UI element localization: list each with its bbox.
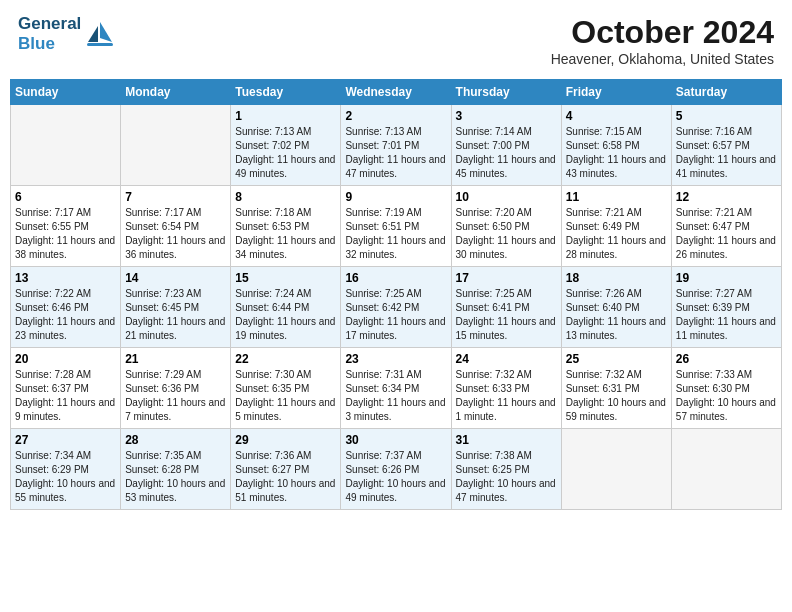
day-info: Sunrise: 7:21 AMSunset: 6:49 PMDaylight:…: [566, 206, 667, 262]
calendar-cell: 31Sunrise: 7:38 AMSunset: 6:25 PMDayligh…: [451, 429, 561, 510]
day-info: Sunrise: 7:27 AMSunset: 6:39 PMDaylight:…: [676, 287, 777, 343]
column-header-saturday: Saturday: [671, 80, 781, 105]
day-info: Sunrise: 7:14 AMSunset: 7:00 PMDaylight:…: [456, 125, 557, 181]
day-info: Sunrise: 7:20 AMSunset: 6:50 PMDaylight:…: [456, 206, 557, 262]
location: Heavener, Oklahoma, United States: [551, 51, 774, 67]
day-number: 20: [15, 352, 116, 366]
day-info: Sunrise: 7:18 AMSunset: 6:53 PMDaylight:…: [235, 206, 336, 262]
calendar-cell: 13Sunrise: 7:22 AMSunset: 6:46 PMDayligh…: [11, 267, 121, 348]
general-blue-icon: [84, 18, 116, 50]
day-info: Sunrise: 7:34 AMSunset: 6:29 PMDaylight:…: [15, 449, 116, 505]
day-number: 22: [235, 352, 336, 366]
day-number: 30: [345, 433, 446, 447]
svg-marker-1: [88, 26, 98, 42]
day-info: Sunrise: 7:32 AMSunset: 6:33 PMDaylight:…: [456, 368, 557, 424]
calendar-cell: 26Sunrise: 7:33 AMSunset: 6:30 PMDayligh…: [671, 348, 781, 429]
calendar-cell: 10Sunrise: 7:20 AMSunset: 6:50 PMDayligh…: [451, 186, 561, 267]
day-number: 28: [125, 433, 226, 447]
day-info: Sunrise: 7:15 AMSunset: 6:58 PMDaylight:…: [566, 125, 667, 181]
column-header-friday: Friday: [561, 80, 671, 105]
day-number: 27: [15, 433, 116, 447]
calendar-cell: 18Sunrise: 7:26 AMSunset: 6:40 PMDayligh…: [561, 267, 671, 348]
day-info: Sunrise: 7:25 AMSunset: 6:42 PMDaylight:…: [345, 287, 446, 343]
day-number: 10: [456, 190, 557, 204]
calendar-cell: 12Sunrise: 7:21 AMSunset: 6:47 PMDayligh…: [671, 186, 781, 267]
day-number: 29: [235, 433, 336, 447]
week-row-1: 1Sunrise: 7:13 AMSunset: 7:02 PMDaylight…: [11, 105, 782, 186]
day-info: Sunrise: 7:17 AMSunset: 6:55 PMDaylight:…: [15, 206, 116, 262]
day-number: 16: [345, 271, 446, 285]
day-number: 4: [566, 109, 667, 123]
day-number: 17: [456, 271, 557, 285]
calendar-cell: 29Sunrise: 7:36 AMSunset: 6:27 PMDayligh…: [231, 429, 341, 510]
day-info: Sunrise: 7:21 AMSunset: 6:47 PMDaylight:…: [676, 206, 777, 262]
logo-line2: Blue: [18, 34, 81, 54]
month-title: October 2024: [551, 14, 774, 51]
week-row-5: 27Sunrise: 7:34 AMSunset: 6:29 PMDayligh…: [11, 429, 782, 510]
calendar-cell: 15Sunrise: 7:24 AMSunset: 6:44 PMDayligh…: [231, 267, 341, 348]
calendar-cell: 6Sunrise: 7:17 AMSunset: 6:55 PMDaylight…: [11, 186, 121, 267]
day-number: 2: [345, 109, 446, 123]
calendar-cell: 14Sunrise: 7:23 AMSunset: 6:45 PMDayligh…: [121, 267, 231, 348]
logo: General Blue: [18, 14, 116, 55]
day-info: Sunrise: 7:13 AMSunset: 7:02 PMDaylight:…: [235, 125, 336, 181]
calendar-cell: 8Sunrise: 7:18 AMSunset: 6:53 PMDaylight…: [231, 186, 341, 267]
title-block: October 2024 Heavener, Oklahoma, United …: [551, 14, 774, 67]
calendar-cell: 3Sunrise: 7:14 AMSunset: 7:00 PMDaylight…: [451, 105, 561, 186]
day-info: Sunrise: 7:31 AMSunset: 6:34 PMDaylight:…: [345, 368, 446, 424]
calendar-cell: 5Sunrise: 7:16 AMSunset: 6:57 PMDaylight…: [671, 105, 781, 186]
day-info: Sunrise: 7:16 AMSunset: 6:57 PMDaylight:…: [676, 125, 777, 181]
day-info: Sunrise: 7:23 AMSunset: 6:45 PMDaylight:…: [125, 287, 226, 343]
calendar-cell: 17Sunrise: 7:25 AMSunset: 6:41 PMDayligh…: [451, 267, 561, 348]
day-info: Sunrise: 7:38 AMSunset: 6:25 PMDaylight:…: [456, 449, 557, 505]
day-info: Sunrise: 7:32 AMSunset: 6:31 PMDaylight:…: [566, 368, 667, 424]
day-info: Sunrise: 7:36 AMSunset: 6:27 PMDaylight:…: [235, 449, 336, 505]
day-number: 12: [676, 190, 777, 204]
week-row-4: 20Sunrise: 7:28 AMSunset: 6:37 PMDayligh…: [11, 348, 782, 429]
calendar-cell: 19Sunrise: 7:27 AMSunset: 6:39 PMDayligh…: [671, 267, 781, 348]
calendar-cell: 24Sunrise: 7:32 AMSunset: 6:33 PMDayligh…: [451, 348, 561, 429]
calendar-cell: 2Sunrise: 7:13 AMSunset: 7:01 PMDaylight…: [341, 105, 451, 186]
day-info: Sunrise: 7:17 AMSunset: 6:54 PMDaylight:…: [125, 206, 226, 262]
calendar-cell: 21Sunrise: 7:29 AMSunset: 6:36 PMDayligh…: [121, 348, 231, 429]
calendar-cell: 16Sunrise: 7:25 AMSunset: 6:42 PMDayligh…: [341, 267, 451, 348]
day-info: Sunrise: 7:28 AMSunset: 6:37 PMDaylight:…: [15, 368, 116, 424]
calendar-cell: 9Sunrise: 7:19 AMSunset: 6:51 PMDaylight…: [341, 186, 451, 267]
day-number: 9: [345, 190, 446, 204]
calendar-cell: 11Sunrise: 7:21 AMSunset: 6:49 PMDayligh…: [561, 186, 671, 267]
day-number: 26: [676, 352, 777, 366]
column-header-thursday: Thursday: [451, 80, 561, 105]
day-number: 6: [15, 190, 116, 204]
svg-marker-0: [100, 22, 112, 42]
day-info: Sunrise: 7:25 AMSunset: 6:41 PMDaylight:…: [456, 287, 557, 343]
day-number: 13: [15, 271, 116, 285]
day-info: Sunrise: 7:22 AMSunset: 6:46 PMDaylight:…: [15, 287, 116, 343]
day-number: 8: [235, 190, 336, 204]
day-info: Sunrise: 7:13 AMSunset: 7:01 PMDaylight:…: [345, 125, 446, 181]
day-number: 21: [125, 352, 226, 366]
calendar-cell: 22Sunrise: 7:30 AMSunset: 6:35 PMDayligh…: [231, 348, 341, 429]
calendar-cell: 7Sunrise: 7:17 AMSunset: 6:54 PMDaylight…: [121, 186, 231, 267]
day-number: 23: [345, 352, 446, 366]
calendar-cell: 28Sunrise: 7:35 AMSunset: 6:28 PMDayligh…: [121, 429, 231, 510]
column-header-sunday: Sunday: [11, 80, 121, 105]
day-number: 1: [235, 109, 336, 123]
day-info: Sunrise: 7:37 AMSunset: 6:26 PMDaylight:…: [345, 449, 446, 505]
logo-line1: General: [18, 14, 81, 34]
day-info: Sunrise: 7:30 AMSunset: 6:35 PMDaylight:…: [235, 368, 336, 424]
day-number: 7: [125, 190, 226, 204]
header-row: SundayMondayTuesdayWednesdayThursdayFrid…: [11, 80, 782, 105]
day-info: Sunrise: 7:29 AMSunset: 6:36 PMDaylight:…: [125, 368, 226, 424]
calendar-table: SundayMondayTuesdayWednesdayThursdayFrid…: [10, 79, 782, 510]
day-info: Sunrise: 7:19 AMSunset: 6:51 PMDaylight:…: [345, 206, 446, 262]
calendar-cell: 25Sunrise: 7:32 AMSunset: 6:31 PMDayligh…: [561, 348, 671, 429]
day-info: Sunrise: 7:33 AMSunset: 6:30 PMDaylight:…: [676, 368, 777, 424]
svg-rect-2: [87, 43, 113, 46]
day-info: Sunrise: 7:35 AMSunset: 6:28 PMDaylight:…: [125, 449, 226, 505]
calendar-cell: [561, 429, 671, 510]
day-number: 18: [566, 271, 667, 285]
day-number: 24: [456, 352, 557, 366]
column-header-wednesday: Wednesday: [341, 80, 451, 105]
page-header: General Blue October 2024 Heavener, Okla…: [10, 10, 782, 71]
column-header-tuesday: Tuesday: [231, 80, 341, 105]
